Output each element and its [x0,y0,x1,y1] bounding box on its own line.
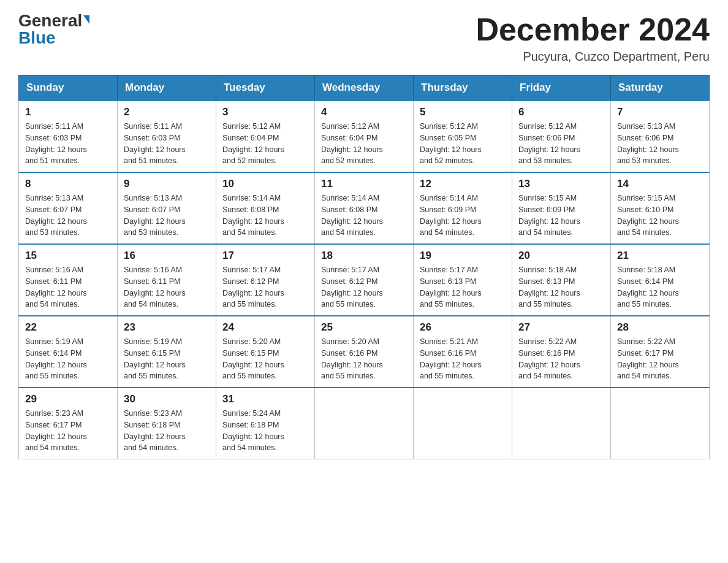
day-number: 27 [518,321,604,334]
day-number: 17 [222,250,308,262]
day-number: 8 [25,178,111,190]
calendar-cell: 29Sunrise: 5:23 AMSunset: 6:17 PMDayligh… [19,388,118,459]
day-number: 26 [420,321,506,334]
day-number: 14 [617,178,703,190]
week-row-1: 1Sunrise: 5:11 AMSunset: 6:03 PMDaylight… [19,101,710,172]
day-info: Sunrise: 5:14 AMSunset: 6:09 PMDaylight:… [420,193,506,239]
day-info: Sunrise: 5:13 AMSunset: 6:07 PMDaylight:… [25,193,111,239]
col-header-saturday: Saturday [611,75,710,101]
calendar-cell: 28Sunrise: 5:22 AMSunset: 6:17 PMDayligh… [611,316,710,388]
calendar-table: SundayMondayTuesdayWednesdayThursdayFrid… [18,75,710,459]
calendar-cell: 17Sunrise: 5:17 AMSunset: 6:12 PMDayligh… [216,244,315,316]
title-block: December 2024 Pucyura, Cuzco Department,… [476,12,710,64]
day-info: Sunrise: 5:19 AMSunset: 6:15 PMDaylight:… [124,336,210,382]
day-info: Sunrise: 5:20 AMSunset: 6:16 PMDaylight:… [321,336,407,382]
col-header-monday: Monday [118,75,216,101]
calendar-cell: 4Sunrise: 5:12 AMSunset: 6:04 PMDaylight… [315,101,414,172]
col-header-friday: Friday [512,75,611,101]
calendar-cell: 7Sunrise: 5:13 AMSunset: 6:06 PMDaylight… [611,101,710,172]
day-info: Sunrise: 5:23 AMSunset: 6:18 PMDaylight:… [124,408,210,454]
calendar-location: Pucyura, Cuzco Department, Peru [476,50,710,64]
calendar-cell: 23Sunrise: 5:19 AMSunset: 6:15 PMDayligh… [118,316,216,388]
calendar-cell: 12Sunrise: 5:14 AMSunset: 6:09 PMDayligh… [414,172,512,244]
calendar-cell [512,388,611,459]
day-info: Sunrise: 5:17 AMSunset: 6:12 PMDaylight:… [321,264,407,310]
day-number: 29 [25,393,111,405]
day-info: Sunrise: 5:12 AMSunset: 6:04 PMDaylight:… [321,121,407,167]
day-number: 13 [518,178,604,190]
calendar-cell: 24Sunrise: 5:20 AMSunset: 6:15 PMDayligh… [216,316,315,388]
calendar-cell: 22Sunrise: 5:19 AMSunset: 6:14 PMDayligh… [19,316,118,388]
logo: General Blue [18,12,89,47]
day-number: 23 [124,321,210,334]
day-number: 1 [25,106,111,118]
page-header: General Blue December 2024 Pucyura, Cuzc… [18,12,710,64]
calendar-cell: 27Sunrise: 5:22 AMSunset: 6:16 PMDayligh… [512,316,611,388]
day-info: Sunrise: 5:18 AMSunset: 6:14 PMDaylight:… [617,264,703,310]
calendar-cell: 2Sunrise: 5:11 AMSunset: 6:03 PMDaylight… [118,101,216,172]
day-info: Sunrise: 5:12 AMSunset: 6:04 PMDaylight:… [222,121,308,167]
calendar-cell: 3Sunrise: 5:12 AMSunset: 6:04 PMDaylight… [216,101,315,172]
day-number: 22 [25,321,111,334]
day-info: Sunrise: 5:23 AMSunset: 6:17 PMDaylight:… [25,408,111,454]
day-number: 31 [222,393,308,405]
day-number: 16 [124,250,210,262]
col-header-tuesday: Tuesday [216,75,315,101]
calendar-cell: 10Sunrise: 5:14 AMSunset: 6:08 PMDayligh… [216,172,315,244]
day-info: Sunrise: 5:11 AMSunset: 6:03 PMDaylight:… [25,121,111,167]
calendar-title: December 2024 [476,12,710,47]
calendar-cell: 31Sunrise: 5:24 AMSunset: 6:18 PMDayligh… [216,388,315,459]
day-info: Sunrise: 5:14 AMSunset: 6:08 PMDaylight:… [222,193,308,239]
day-number: 7 [617,106,703,118]
logo-blue-text: Blue [18,28,56,47]
day-number: 30 [124,393,210,405]
day-info: Sunrise: 5:24 AMSunset: 6:18 PMDaylight:… [222,408,308,454]
calendar-cell: 16Sunrise: 5:16 AMSunset: 6:11 PMDayligh… [118,244,216,316]
day-info: Sunrise: 5:20 AMSunset: 6:15 PMDaylight:… [222,336,308,382]
col-header-thursday: Thursday [414,75,512,101]
day-number: 25 [321,321,407,334]
calendar-cell: 6Sunrise: 5:12 AMSunset: 6:06 PMDaylight… [512,101,611,172]
calendar-cell: 13Sunrise: 5:15 AMSunset: 6:09 PMDayligh… [512,172,611,244]
day-number: 10 [222,178,308,190]
day-info: Sunrise: 5:11 AMSunset: 6:03 PMDaylight:… [124,121,210,167]
calendar-cell: 8Sunrise: 5:13 AMSunset: 6:07 PMDaylight… [19,172,118,244]
col-header-wednesday: Wednesday [315,75,414,101]
day-info: Sunrise: 5:16 AMSunset: 6:11 PMDaylight:… [124,264,210,310]
logo-general-text: General [18,12,82,29]
day-info: Sunrise: 5:22 AMSunset: 6:17 PMDaylight:… [617,336,703,382]
day-number: 18 [321,250,407,262]
day-number: 2 [124,106,210,118]
day-info: Sunrise: 5:13 AMSunset: 6:07 PMDaylight:… [124,193,210,239]
day-info: Sunrise: 5:21 AMSunset: 6:16 PMDaylight:… [420,336,506,382]
day-info: Sunrise: 5:12 AMSunset: 6:06 PMDaylight:… [518,121,604,167]
day-number: 12 [420,178,506,190]
calendar-cell [414,388,512,459]
day-number: 4 [321,106,407,118]
week-row-3: 15Sunrise: 5:16 AMSunset: 6:11 PMDayligh… [19,244,710,316]
calendar-cell: 9Sunrise: 5:13 AMSunset: 6:07 PMDaylight… [118,172,216,244]
col-header-sunday: Sunday [19,75,118,101]
calendar-cell: 20Sunrise: 5:18 AMSunset: 6:13 PMDayligh… [512,244,611,316]
day-number: 15 [25,250,111,262]
day-info: Sunrise: 5:15 AMSunset: 6:09 PMDaylight:… [518,193,604,239]
day-number: 21 [617,250,703,262]
calendar-cell [315,388,414,459]
day-number: 28 [617,321,703,334]
calendar-cell: 19Sunrise: 5:17 AMSunset: 6:13 PMDayligh… [414,244,512,316]
day-number: 20 [518,250,604,262]
day-info: Sunrise: 5:13 AMSunset: 6:06 PMDaylight:… [617,121,703,167]
day-info: Sunrise: 5:14 AMSunset: 6:08 PMDaylight:… [321,193,407,239]
day-info: Sunrise: 5:17 AMSunset: 6:13 PMDaylight:… [420,264,506,310]
calendar-cell: 11Sunrise: 5:14 AMSunset: 6:08 PMDayligh… [315,172,414,244]
calendar-cell: 25Sunrise: 5:20 AMSunset: 6:16 PMDayligh… [315,316,414,388]
day-info: Sunrise: 5:12 AMSunset: 6:05 PMDaylight:… [420,121,506,167]
day-number: 5 [420,106,506,118]
calendar-cell: 26Sunrise: 5:21 AMSunset: 6:16 PMDayligh… [414,316,512,388]
week-row-5: 29Sunrise: 5:23 AMSunset: 6:17 PMDayligh… [19,388,710,459]
calendar-cell: 30Sunrise: 5:23 AMSunset: 6:18 PMDayligh… [118,388,216,459]
day-number: 11 [321,178,407,190]
day-info: Sunrise: 5:18 AMSunset: 6:13 PMDaylight:… [518,264,604,310]
logo-arrow-icon [83,15,89,24]
calendar-cell [611,388,710,459]
